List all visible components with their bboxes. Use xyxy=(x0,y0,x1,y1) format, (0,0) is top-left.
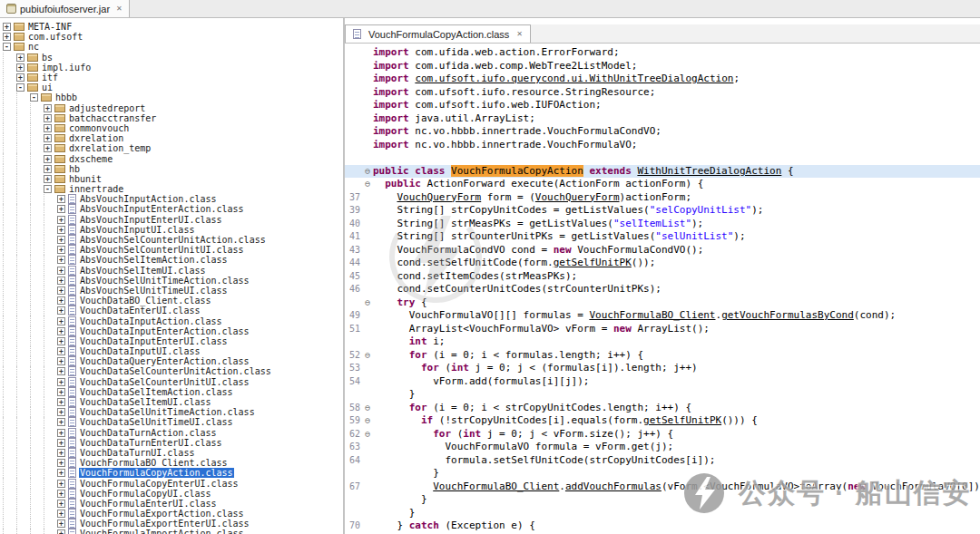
expand-icon[interactable]: + xyxy=(57,357,65,365)
fold-collapse-icon[interactable]: ⊖ xyxy=(362,165,373,179)
code-editor[interactable]: import com.ufida.web.action.ErrorForward… xyxy=(345,44,980,534)
expand-icon[interactable]: + xyxy=(3,33,11,41)
expand-icon[interactable]: + xyxy=(57,510,65,518)
tree-class-row[interactable]: +AbsVouchSelUnitTimeAction.class xyxy=(3,276,343,286)
tree-class-row[interactable]: +VouchFormulaCopyUI.class xyxy=(3,489,343,499)
expand-icon[interactable]: + xyxy=(57,306,65,315)
expand-icon[interactable]: + xyxy=(57,256,65,264)
tree-class-row[interactable]: +VouchFormulaBO_Client.class xyxy=(3,458,343,468)
tree-class-row[interactable]: +VouchFormulaImportAction.class xyxy=(3,529,343,534)
tree-class-row[interactable]: +AbsVouchSelItemUI.class xyxy=(3,266,343,276)
expand-icon[interactable]: + xyxy=(57,519,65,528)
fold-collapse-icon[interactable]: ⊖ xyxy=(362,402,373,415)
tree-class-row[interactable]: +AbsVouchSelItemAction.class xyxy=(3,255,343,265)
expand-icon[interactable]: + xyxy=(57,439,65,447)
expand-icon[interactable]: + xyxy=(44,144,52,152)
expand-icon[interactable]: + xyxy=(57,286,65,295)
collapse-icon[interactable]: - xyxy=(3,43,11,51)
tree-class-row[interactable]: +AbsVouchSelCounterUnitUI.class xyxy=(3,245,343,255)
expand-icon[interactable]: + xyxy=(57,388,65,396)
tree-class-row[interactable]: +VouchDataTurnUI.class xyxy=(3,448,343,458)
tree-class-row[interactable]: +AbsVouchInputUI.class xyxy=(3,225,343,235)
tree-class-row[interactable]: +VouchDataSelUnitTimeAction.class xyxy=(3,407,343,417)
tree-class-row[interactable]: +VouchDataSelUnitTimeUI.class xyxy=(3,417,343,427)
expand-icon[interactable]: + xyxy=(57,459,65,467)
collapse-icon[interactable]: - xyxy=(44,185,52,193)
expand-icon[interactable]: + xyxy=(3,23,11,31)
tree-package-row[interactable]: +commonvouch xyxy=(3,123,343,133)
tree-class-row[interactable]: +AbsVouchInputEnterUI.class xyxy=(3,215,343,225)
expand-icon[interactable]: + xyxy=(57,195,65,203)
tree-class-row[interactable]: +VouchDataInputAction.class xyxy=(3,316,343,325)
expand-icon[interactable]: + xyxy=(57,529,65,534)
tree-class-row[interactable]: +AbsVouchSelCounterUnitAction.class xyxy=(3,235,343,245)
tree-class-row[interactable]: +VouchDataQueryEnterAction.class xyxy=(3,356,343,366)
tree-class-row[interactable]: +VouchDataSelItemUI.class xyxy=(3,397,343,407)
expand-icon[interactable]: + xyxy=(57,429,65,437)
tree-class-row[interactable]: +VouchFormulaExportAction.class xyxy=(3,509,343,519)
collapse-icon[interactable]: - xyxy=(16,83,24,92)
tree-class-row[interactable]: +VouchFormulaCopyAction.class xyxy=(3,468,343,478)
close-icon[interactable]: ✕ xyxy=(516,30,523,38)
tree-package-row[interactable]: +impl.iufo xyxy=(3,63,343,73)
tree-package-row[interactable]: +itf xyxy=(3,73,343,83)
tree-class-row[interactable]: +VouchDataEnterUI.class xyxy=(3,306,343,316)
expand-icon[interactable]: + xyxy=(57,226,65,234)
expand-icon[interactable]: + xyxy=(57,267,65,275)
tree-package-row[interactable]: +dxrelation xyxy=(3,133,343,143)
expand-icon[interactable]: + xyxy=(57,469,65,477)
tree-package-row[interactable]: +dxrelation_temp xyxy=(3,143,343,153)
expand-icon[interactable]: + xyxy=(57,418,65,426)
expand-icon[interactable]: + xyxy=(57,205,65,213)
tree-class-row[interactable]: +VouchDataBO_Client.class xyxy=(3,296,343,306)
fold-collapse-icon[interactable]: ⊖ xyxy=(362,178,373,191)
expand-icon[interactable]: + xyxy=(44,104,52,112)
tree-class-row[interactable]: +AbsVouchInputAction.class xyxy=(3,194,343,204)
tree-class-row[interactable]: +VouchFormulaEnterUI.class xyxy=(3,499,343,509)
expand-icon[interactable]: + xyxy=(44,165,52,173)
expand-icon[interactable]: + xyxy=(57,449,65,457)
tree-package-row[interactable]: +hbunit xyxy=(3,174,343,184)
expand-icon[interactable]: + xyxy=(57,296,65,305)
tree-class-row[interactable]: +AbsVouchInputEnterAction.class xyxy=(3,204,343,214)
tree-class-row[interactable]: +AbsVouchSelUnitTimeUI.class xyxy=(3,286,343,296)
tree-class-row[interactable]: +VouchDataSelCounterUnitUI.class xyxy=(3,377,343,387)
tree-package-row[interactable]: +bs xyxy=(3,53,343,63)
tree-class-row[interactable]: +VouchDataInputEnterUI.class xyxy=(3,336,343,346)
expand-icon[interactable]: + xyxy=(16,63,24,72)
expand-icon[interactable]: + xyxy=(16,53,24,62)
fold-collapse-icon[interactable]: ⊖ xyxy=(362,414,373,428)
expand-icon[interactable]: + xyxy=(57,490,65,498)
tree-package-row[interactable]: -hbbb xyxy=(3,92,343,102)
tree-class-row[interactable]: +VouchDataTurnAction.class xyxy=(3,428,343,438)
tree-package-row[interactable]: +adjustedreport xyxy=(3,103,343,113)
expand-icon[interactable]: + xyxy=(57,337,65,345)
collapse-icon[interactable]: - xyxy=(30,93,38,102)
expand-icon[interactable]: + xyxy=(57,347,65,355)
fold-collapse-icon[interactable]: ⊖ xyxy=(362,428,373,442)
expand-icon[interactable]: + xyxy=(57,408,65,416)
tree-package-row[interactable]: +dxscheme xyxy=(3,153,343,163)
expand-icon[interactable]: + xyxy=(44,175,52,183)
editor-tab[interactable]: VouchFormulaCopyAction.class ✕ xyxy=(345,24,531,43)
expand-icon[interactable]: + xyxy=(57,236,65,244)
tree-class-row[interactable]: +VouchFormulaCopyEnterUI.class xyxy=(3,478,343,488)
tree-class-row[interactable]: +VouchFormulaExportEnterUI.class xyxy=(3,519,343,529)
expand-icon[interactable]: + xyxy=(57,246,65,254)
expand-icon[interactable]: + xyxy=(57,480,65,488)
expand-icon[interactable]: + xyxy=(44,134,52,142)
tree-class-row[interactable]: +VouchDataTurnEnterUI.class xyxy=(3,438,343,448)
tree-package-row[interactable]: +batchacctransfer xyxy=(3,113,343,123)
close-icon[interactable]: ✕ xyxy=(116,5,122,13)
expand-icon[interactable]: + xyxy=(57,277,65,285)
expand-icon[interactable]: + xyxy=(57,327,65,335)
expand-icon[interactable]: + xyxy=(57,398,65,406)
tree-package-row[interactable]: -nc xyxy=(3,42,343,52)
tree-class-row[interactable]: +VouchDataInputEnterAction.class xyxy=(3,326,343,336)
tree-package-row[interactable]: -innertrade xyxy=(3,184,343,194)
expand-icon[interactable]: + xyxy=(57,500,65,508)
fold-collapse-icon[interactable]: ⊖ xyxy=(362,296,373,310)
tree-class-row[interactable]: +VouchDataSelCounterUnitAction.class xyxy=(3,366,343,376)
tree-class-row[interactable]: +VouchDataInputUI.class xyxy=(3,346,343,356)
expand-icon[interactable]: + xyxy=(57,216,65,224)
